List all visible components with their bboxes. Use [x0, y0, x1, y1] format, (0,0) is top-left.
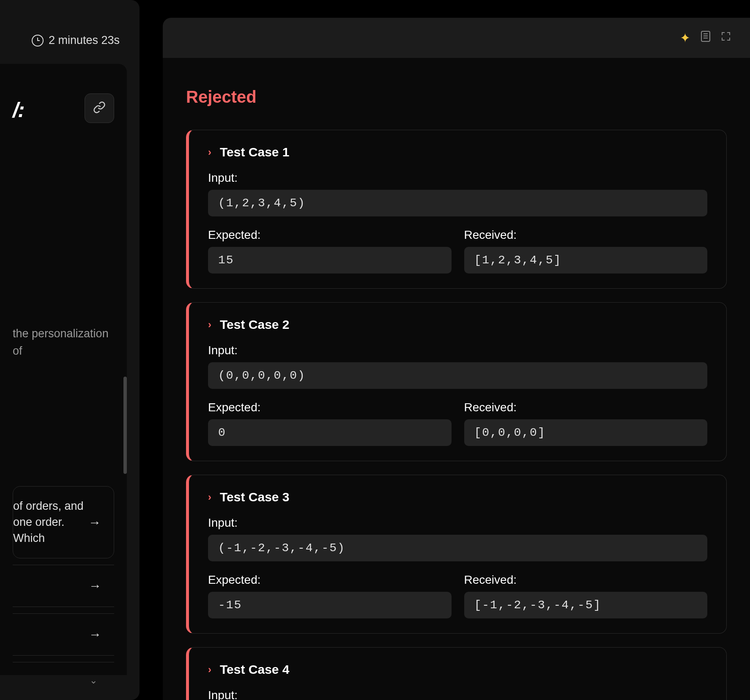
- expected-label: Expected:: [208, 401, 452, 414]
- description-fragment: the personalization of: [13, 325, 114, 359]
- list-items: of orders, and one order. Which → → → ⌄: [13, 486, 114, 699]
- arrow-right-icon: →: [89, 626, 101, 643]
- test-case-title: Test Case 1: [220, 145, 290, 159]
- expected-value: 15: [208, 247, 452, 273]
- status-title: Rejected: [186, 88, 727, 107]
- list-item-text: of orders, and one order. Which: [13, 498, 88, 546]
- input-value: (-1,-2,-3,-4,-5): [208, 535, 707, 561]
- expected-col: Expected: 15: [208, 228, 452, 273]
- received-label: Received:: [464, 573, 708, 587]
- test-case-header[interactable]: › Test Case 3: [208, 490, 707, 504]
- timer-bar: 2 minutes 23s: [0, 34, 127, 64]
- list-item[interactable]: ⌄: [13, 662, 114, 699]
- input-value: (0,0,0,0,0): [208, 362, 707, 389]
- result-row: Expected: -15 Received: [-1,-2,-3,-4,-5]: [208, 573, 707, 618]
- expected-col: Expected: 0: [208, 401, 452, 446]
- result-row: Expected: 15 Received: [1,2,3,4,5]: [208, 228, 707, 273]
- received-col: Received: [-1,-2,-3,-4,-5]: [464, 573, 708, 618]
- test-case-title: Test Case 3: [220, 490, 290, 504]
- test-case-title: Test Case 2: [220, 317, 290, 332]
- list-item[interactable]: →: [13, 613, 114, 656]
- expected-label: Expected:: [208, 228, 452, 242]
- link-button[interactable]: [85, 93, 114, 123]
- expand-icon[interactable]: [721, 31, 731, 44]
- chevron-right-icon: ›: [208, 146, 211, 158]
- left-content: /: the personalization of of orders, and…: [0, 64, 127, 675]
- link-icon: [93, 101, 106, 115]
- received-value: [-1,-2,-3,-4,-5]: [464, 592, 708, 618]
- list-item[interactable]: of orders, and one order. Which →: [13, 486, 114, 558]
- test-case: › Test Case 3 Input: (-1,-2,-3,-4,-5) Ex…: [186, 475, 727, 634]
- received-label: Received:: [464, 228, 708, 242]
- test-case-header[interactable]: › Test Case 4: [208, 662, 707, 677]
- input-label: Input:: [208, 171, 707, 185]
- expected-col: Expected: -15: [208, 573, 452, 618]
- right-header: ✦: [163, 18, 750, 58]
- expected-value: -15: [208, 592, 452, 618]
- test-results: Rejected › Test Case 1 Input: (1,2,3,4,5…: [163, 58, 750, 700]
- arrow-right-icon: →: [89, 577, 101, 595]
- arrow-right-icon: →: [88, 514, 101, 531]
- expected-label: Expected:: [208, 573, 452, 587]
- chevron-right-icon: ›: [208, 319, 211, 331]
- received-label: Received:: [464, 401, 708, 414]
- chevron-down-icon: ⌄: [90, 674, 97, 687]
- test-case: › Test Case 4 Input: (10,20,30,40): [186, 647, 727, 700]
- received-value: [0,0,0,0]: [464, 419, 708, 446]
- left-panel: 2 minutes 23s /: the personalization of …: [0, 0, 140, 700]
- expected-value: 0: [208, 419, 452, 446]
- test-case-title: Test Case 4: [220, 662, 290, 677]
- received-col: Received: [0,0,0,0]: [464, 401, 708, 446]
- list-item[interactable]: →: [13, 565, 114, 607]
- result-row: Expected: 0 Received: [0,0,0,0]: [208, 401, 707, 446]
- right-panel: ✦ Rejected › Test Case 1 Input: (1,2,3,4…: [163, 18, 750, 700]
- test-case-header[interactable]: › Test Case 1: [208, 145, 707, 159]
- chevron-right-icon: ›: [208, 664, 211, 675]
- input-label: Input:: [208, 344, 707, 357]
- document-icon[interactable]: [701, 31, 710, 45]
- test-case-header[interactable]: › Test Case 2: [208, 317, 707, 332]
- received-value: [1,2,3,4,5]: [464, 247, 708, 273]
- timer-text: 2 minutes 23s: [49, 34, 120, 47]
- clock-icon: [32, 35, 44, 46]
- test-case: › Test Case 1 Input: (1,2,3,4,5) Expecte…: [186, 130, 727, 289]
- input-label: Input:: [208, 689, 707, 700]
- received-col: Received: [1,2,3,4,5]: [464, 228, 708, 273]
- sparkle-icon[interactable]: ✦: [680, 30, 690, 45]
- test-case: › Test Case 2 Input: (0,0,0,0,0) Expecte…: [186, 302, 727, 461]
- chevron-right-icon: ›: [208, 491, 211, 503]
- input-value: (1,2,3,4,5): [208, 190, 707, 216]
- scrollbar[interactable]: [123, 377, 127, 474]
- input-label: Input:: [208, 516, 707, 530]
